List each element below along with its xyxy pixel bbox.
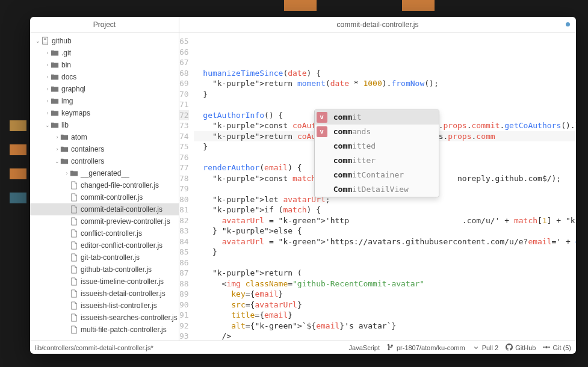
file-icon bbox=[70, 229, 78, 238]
tree-file[interactable]: commit-detail-controller.js bbox=[30, 203, 179, 215]
code-line[interactable]: "k-purple">return ( bbox=[194, 268, 576, 279]
project-panel-header[interactable]: Project bbox=[30, 17, 179, 32]
status-git[interactable]: Git (5) bbox=[543, 344, 571, 352]
file-tree[interactable]: ⌄github›.git›bin›docs›graphql›img›keymap… bbox=[30, 32, 179, 341]
file-icon bbox=[70, 253, 78, 262]
file-icon bbox=[70, 277, 78, 286]
tree-file[interactable]: commit-preview-controller.js bbox=[30, 215, 179, 227]
code-line[interactable] bbox=[194, 258, 576, 268]
code-line[interactable]: /> bbox=[194, 331, 576, 341]
tree-folder[interactable]: ⌄github bbox=[30, 35, 179, 47]
tree-folder[interactable]: ›__generated__ bbox=[30, 167, 179, 179]
tree-file[interactable]: multi-file-patch-controller.js bbox=[30, 324, 179, 336]
tree-folder[interactable]: ›docs bbox=[30, 71, 179, 83]
status-github[interactable]: GitHub bbox=[506, 344, 536, 352]
tree-item-label: commit-controller.js bbox=[81, 193, 143, 202]
code-line[interactable]: "k-purple">return moment(date * 1000).fr… bbox=[194, 78, 576, 89]
status-bar: lib/controllers/commit-detail-controller… bbox=[30, 341, 576, 354]
tree-item-label: __generated__ bbox=[81, 169, 129, 177]
line-number-gutter: 6566676869707172737475767778798081828384… bbox=[179, 32, 194, 341]
editor-tab[interactable]: commit-detail-controller.js bbox=[179, 17, 576, 32]
tree-item-label: atom bbox=[71, 133, 87, 141]
tree-item-label: github bbox=[52, 37, 72, 45]
tree-file[interactable]: issueish-searches-controller.js bbox=[30, 312, 179, 324]
code-line[interactable]: alt={"k-green">`${email}'s avatar`} bbox=[194, 321, 576, 332]
code-line[interactable]: } "k-purple">else { bbox=[194, 226, 576, 236]
code-line[interactable]: avatarUrl = "k-green">'http .com/u/' + m… bbox=[194, 215, 576, 226]
tree-file[interactable]: editor-conflict-controller.js bbox=[30, 239, 179, 251]
chevron-icon: › bbox=[45, 110, 51, 116]
tree-folder[interactable]: ›.git bbox=[30, 47, 179, 59]
autocomplete-item[interactable]: vCommitDetailView bbox=[315, 182, 439, 197]
folder-icon bbox=[51, 61, 59, 69]
status-file-path[interactable]: lib/controllers/commit-detail-controller… bbox=[35, 344, 153, 351]
autocomplete-item[interactable]: vcommit bbox=[315, 110, 439, 125]
tree-item-label: keymaps bbox=[61, 109, 90, 117]
code-area[interactable]: humanizeTimeSince(date) { "k-purple">ret… bbox=[194, 32, 576, 341]
suggestion-label: committed bbox=[333, 141, 376, 152]
folder-icon bbox=[60, 133, 69, 141]
tree-folder[interactable]: ›containers bbox=[30, 143, 179, 155]
code-line[interactable]: <img className="github-RecentCommit-avat… bbox=[194, 279, 576, 289]
folder-icon bbox=[60, 145, 69, 153]
autocomplete-item[interactable]: vcommitter bbox=[315, 153, 439, 168]
code-line[interactable]: key={email} bbox=[194, 289, 576, 300]
chevron-icon: ⌄ bbox=[45, 122, 51, 128]
tree-item-label: commit-preview-controller.js bbox=[81, 217, 170, 226]
chevron-icon: › bbox=[45, 50, 51, 56]
status-pull[interactable]: Pull 2 bbox=[472, 344, 499, 352]
text-editor[interactable]: 6566676869707172737475767778798081828384… bbox=[179, 32, 576, 341]
tree-item-label: issueish-list-controller.js bbox=[81, 301, 157, 310]
code-line[interactable]: src={avatarUrl} bbox=[194, 300, 576, 310]
tree-file[interactable]: commit-controller.js bbox=[30, 191, 179, 203]
autocomplete-item[interactable]: vcommands bbox=[315, 125, 439, 139]
status-language[interactable]: JavaScript bbox=[349, 344, 380, 351]
tree-item-label: docs bbox=[61, 73, 76, 81]
tree-item-label: multi-file-patch-controller.js bbox=[81, 325, 167, 334]
tree-item-label: commit-detail-controller.js bbox=[81, 205, 162, 214]
code-line[interactable] bbox=[194, 99, 576, 110]
tree-file[interactable]: conflict-controller.js bbox=[30, 227, 179, 239]
tree-folder[interactable]: ›graphql bbox=[30, 83, 179, 95]
editor-window: Project commit-detail-controller.js ⌄git… bbox=[30, 17, 576, 354]
tree-file[interactable]: issueish-list-controller.js bbox=[30, 300, 179, 312]
tree-file[interactable]: issueish-detail-controller.js bbox=[30, 288, 179, 300]
autocomplete-popup[interactable]: vcommitvcommandsvcommittedvcommittervcom… bbox=[314, 109, 439, 197]
suggestion-type-icon: v bbox=[317, 112, 327, 123]
code-line[interactable]: title={email} bbox=[194, 310, 576, 321]
tree-item-label: controllers bbox=[71, 157, 104, 165]
tree-item-label: changed-file-controller.js bbox=[81, 181, 159, 190]
code-line[interactable]: "k-purple">if (match) { bbox=[194, 205, 576, 215]
chevron-icon: › bbox=[45, 74, 51, 80]
tree-file[interactable]: issue-timeline-controller.js bbox=[30, 276, 179, 288]
tree-folder[interactable]: ›bin bbox=[30, 59, 179, 71]
git-branch-icon bbox=[387, 344, 394, 352]
code-line[interactable]: avatarUrl = "k-green">'https://avatars.g… bbox=[194, 236, 576, 247]
suggestion-type-icon: v bbox=[317, 126, 327, 137]
folder-icon bbox=[51, 49, 59, 57]
tree-item-label: conflict-controller.js bbox=[81, 229, 142, 238]
tree-file[interactable]: changed-file-controller.js bbox=[30, 179, 179, 191]
tree-folder[interactable]: ›atom bbox=[30, 131, 179, 143]
tree-folder[interactable]: ⌄controllers bbox=[30, 155, 179, 167]
autocomplete-item[interactable]: vcommitContainer bbox=[315, 168, 439, 182]
tree-folder[interactable]: ›keymaps bbox=[30, 107, 179, 119]
code-line[interactable] bbox=[194, 57, 576, 68]
git-commit-icon bbox=[543, 344, 550, 352]
tree-file[interactable]: git-tab-controller.js bbox=[30, 251, 179, 264]
autocomplete-item[interactable]: vcommitted bbox=[315, 139, 439, 153]
tab-title: commit-detail-controller.js bbox=[336, 20, 418, 29]
tree-file[interactable]: github-tab-controller.js bbox=[30, 264, 179, 276]
editor-body: ⌄github›.git›bin›docs›graphql›img›keymap… bbox=[30, 32, 576, 341]
code-line[interactable]: humanizeTimeSince(date) { bbox=[194, 68, 576, 79]
status-branch[interactable]: pr-1807/atom/ku-comm bbox=[387, 344, 465, 352]
chevron-icon: › bbox=[45, 62, 51, 68]
code-line[interactable]: } bbox=[194, 247, 576, 258]
tree-folder[interactable]: ›img bbox=[30, 95, 179, 107]
folder-icon bbox=[70, 169, 78, 177]
code-line[interactable]: } bbox=[194, 89, 576, 100]
tree-folder[interactable]: ⌄lib bbox=[30, 119, 179, 131]
folder-icon bbox=[41, 37, 49, 45]
file-icon bbox=[70, 205, 78, 214]
folder-icon bbox=[60, 157, 69, 165]
